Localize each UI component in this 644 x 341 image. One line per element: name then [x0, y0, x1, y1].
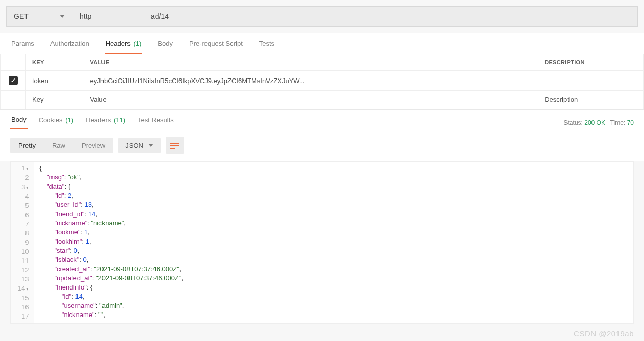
- header-value-input[interactable]: Value: [84, 91, 538, 109]
- tab-test-results[interactable]: Test Results: [137, 116, 175, 129]
- request-url-input[interactable]: [72, 6, 638, 27]
- response-tabs: Body Cookies (1) Headers (11) Test Resul…: [0, 109, 644, 129]
- tab-body-request[interactable]: Body: [157, 33, 174, 54]
- col-description: DESCRIPTION: [538, 54, 644, 71]
- language-select[interactable]: JSON: [118, 138, 161, 153]
- tab-authorization[interactable]: Authorization: [49, 33, 90, 54]
- json-viewer[interactable]: 1234567891011121314151617 { "msg": "ok",…: [10, 161, 634, 324]
- chevron-down-icon: [60, 15, 65, 18]
- time-value: 70: [627, 119, 634, 126]
- view-pretty[interactable]: Pretty: [10, 138, 44, 153]
- status-code: 200 OK: [584, 119, 605, 126]
- response-status: Status: 200 OK Time: 70: [564, 119, 634, 126]
- tab-headers[interactable]: Headers (1): [105, 33, 143, 54]
- wrap-lines-button[interactable]: [166, 137, 184, 154]
- view-raw[interactable]: Raw: [44, 138, 73, 153]
- col-value: VALUE: [84, 54, 538, 71]
- header-key-cell[interactable]: token: [26, 71, 84, 91]
- tab-params[interactable]: Params: [10, 33, 35, 54]
- tab-headers-response[interactable]: Headers (11): [85, 116, 126, 129]
- header-value-cell[interactable]: eyJhbGciOiJIUzI1NiIsInR5cCI6IkpXVCJ9.eyJ…: [84, 71, 538, 91]
- headers-count-badge: (1): [133, 40, 141, 47]
- col-key: KEY: [26, 54, 84, 71]
- cookies-count-badge: (1): [65, 116, 73, 124]
- tab-body-response[interactable]: Body: [10, 116, 28, 129]
- tab-prerequest[interactable]: Pre-request Script: [188, 33, 244, 54]
- view-mode-segment: Pretty Raw Preview: [10, 138, 113, 153]
- http-method-select[interactable]: GET: [6, 6, 72, 27]
- wrap-icon: [170, 142, 179, 149]
- header-desc-cell[interactable]: [538, 71, 644, 91]
- body-viewer-toolbar: Pretty Raw Preview JSON: [0, 129, 644, 161]
- chevron-down-icon: [148, 144, 153, 147]
- headers-table: KEY VALUE DESCRIPTION ✓ token eyJhbGciOi…: [0, 54, 644, 109]
- row-checkbox[interactable]: ✓: [9, 76, 18, 85]
- header-desc-input[interactable]: Description: [538, 91, 644, 109]
- tab-cookies[interactable]: Cookies (1): [38, 116, 74, 129]
- view-preview[interactable]: Preview: [73, 138, 113, 153]
- tab-tests[interactable]: Tests: [258, 33, 275, 54]
- request-tabs: Params Authorization Headers (1) Body Pr…: [0, 33, 644, 54]
- resp-headers-count-badge: (11): [114, 116, 125, 124]
- table-row-empty: Key Value Description: [1, 91, 644, 109]
- table-row: ✓ token eyJhbGciOiJIUzI1NiIsInR5cCI6IkpX…: [1, 71, 644, 91]
- header-key-input[interactable]: Key: [26, 91, 84, 109]
- http-method-value: GET: [14, 12, 60, 20]
